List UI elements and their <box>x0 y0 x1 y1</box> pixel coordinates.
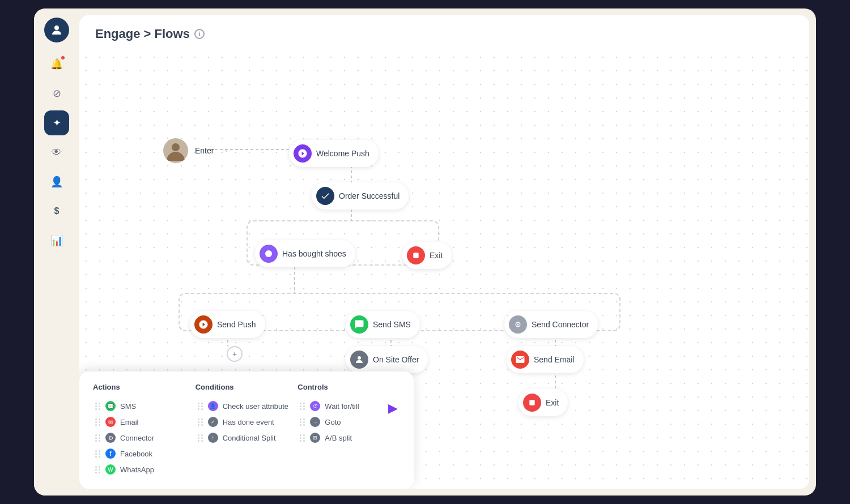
condition-has-done-event[interactable]: ✓ Has done event <box>196 414 298 430</box>
cond-split-icon: ⑂ <box>208 433 218 443</box>
wait-icon: ⏱ <box>310 401 320 411</box>
svg-point-15 <box>358 356 361 360</box>
has-bought-shoes-node[interactable]: Has bought shoes <box>255 240 355 267</box>
dollar-icon: $ <box>54 206 60 216</box>
goto-icon: → <box>310 417 320 427</box>
panel-columns: Actions 💬 SMS ✉ Email <box>93 383 400 477</box>
flow-canvas[interactable]: Enter → Welcome Push Order Successful <box>79 50 809 489</box>
control-ab-split[interactable]: ⊞ A/B split <box>298 430 400 446</box>
settings-icon-btn[interactable]: ✦ <box>44 110 69 135</box>
drag-handle-goto <box>300 418 305 426</box>
dollar-icon-btn[interactable]: $ <box>44 199 69 224</box>
arrow-cursor: ▶ <box>388 401 398 416</box>
drag-handle-sms <box>95 403 101 410</box>
drag-handle-ab-split <box>300 434 305 442</box>
notification-icon-btn[interactable]: 🔔 <box>44 52 69 76</box>
actions-column: Actions 💬 SMS ✉ Email <box>93 383 196 477</box>
action-sms[interactable]: 💬 SMS <box>93 398 196 414</box>
drag-handle-user-attr <box>198 403 203 410</box>
conditions-title: Conditions <box>196 383 298 391</box>
ab-split-icon: ⊞ <box>310 433 320 443</box>
enter-avatar <box>163 138 188 163</box>
facebook-panel-icon: f <box>105 449 116 459</box>
shoes-icon <box>260 245 278 263</box>
connector-icon <box>509 315 527 334</box>
conditions-column: Conditions 👤 Check user attribute ✓ Has … <box>196 383 298 477</box>
add-node-button[interactable]: + <box>227 346 243 362</box>
exit-3-icon <box>523 394 541 412</box>
drag-handle-email <box>95 418 101 426</box>
chart-icon: 📊 <box>50 234 63 247</box>
sidebar: 🔔 ⊘ ✦ 👁 👤 $ 📊 <box>34 8 79 496</box>
sms-panel-icon: 💬 <box>105 401 116 411</box>
user-attr-icon: 👤 <box>208 401 218 411</box>
on-site-offer-node[interactable]: On Site Offer <box>346 346 428 373</box>
notification-badge <box>60 55 66 61</box>
send-push-node[interactable]: Send Push <box>190 311 265 338</box>
connector-panel-icon: ⚙ <box>105 433 116 443</box>
svg-rect-12 <box>413 253 418 258</box>
svg-point-0 <box>54 25 59 30</box>
app-container: 🔔 ⊘ ✦ 👁 👤 $ 📊 Engage > Flows ℹ <box>34 8 816 496</box>
enter-node[interactable]: Enter → <box>163 138 228 163</box>
main-content: Engage > Flows ℹ <box>79 15 809 489</box>
controls-column: Controls ⏱ Wait for/till → Goto <box>298 383 400 477</box>
send-connector-node[interactable]: Send Connector <box>504 311 598 338</box>
svg-point-11 <box>265 250 272 257</box>
eye-icon-btn[interactable]: 👁 <box>44 140 69 165</box>
whatsapp-panel-icon: W <box>105 464 116 475</box>
send-email-node[interactable]: Send Email <box>507 346 584 373</box>
exit-node-1[interactable]: Exit <box>402 242 452 269</box>
drag-handle-done-event <box>198 418 203 426</box>
action-whatsapp[interactable]: W WhatsApp <box>93 462 196 477</box>
action-facebook[interactable]: f Facebook <box>93 446 196 462</box>
drag-handle-wait <box>300 403 305 410</box>
sidebar-avatar[interactable] <box>44 18 69 42</box>
control-wait-for-till[interactable]: ⏱ Wait for/till <box>298 398 400 414</box>
onsite-icon <box>350 351 368 369</box>
welcome-push-node[interactable]: Welcome Push <box>289 140 379 167</box>
exit-1-icon <box>407 246 425 264</box>
welcome-push-icon <box>294 144 312 163</box>
order-icon <box>316 187 334 205</box>
chart-icon-btn[interactable]: 📊 <box>44 228 69 253</box>
user-icon: 👤 <box>50 176 63 188</box>
condition-conditional-split[interactable]: ⑂ Conditional Split <box>196 430 298 446</box>
email-icon <box>511 351 529 369</box>
svg-rect-17 <box>529 400 534 405</box>
exit-node-3[interactable]: Exit <box>518 389 568 416</box>
email-panel-icon: ✉ <box>105 417 116 427</box>
done-event-icon: ✓ <box>208 417 218 427</box>
svg-point-14 <box>517 324 519 326</box>
block-icon-btn[interactable]: ⊘ <box>44 81 69 106</box>
controls-title: Controls <box>298 383 400 391</box>
drag-handle-cond-split <box>198 434 203 442</box>
condition-user-attribute[interactable]: 👤 Check user attribute <box>196 398 298 414</box>
order-successful-node[interactable]: Order Successful <box>312 182 409 210</box>
action-email[interactable]: ✉ Email <box>93 414 196 430</box>
sms-icon <box>350 315 368 334</box>
bottom-actions-panel: Actions 💬 SMS ✉ Email <box>79 371 414 489</box>
drag-handle-whatsapp <box>95 466 101 473</box>
gear-icon: ✦ <box>53 117 61 129</box>
info-icon-btn[interactable]: ℹ <box>194 29 205 39</box>
actions-title: Actions <box>93 383 196 391</box>
push-icon <box>194 315 212 334</box>
page-title: Engage > Flows <box>95 27 190 41</box>
block-icon: ⊘ <box>53 87 61 100</box>
control-goto[interactable]: → Goto <box>298 414 400 430</box>
action-connector[interactable]: ⚙ Connector <box>93 430 196 446</box>
svg-point-10 <box>172 143 180 151</box>
eye-icon: 👁 <box>52 147 62 159</box>
drag-handle-facebook <box>95 450 101 458</box>
send-sms-node[interactable]: Send SMS <box>346 311 420 338</box>
user-icon-btn[interactable]: 👤 <box>44 169 69 194</box>
drag-handle-connector <box>95 434 101 442</box>
header: Engage > Flows ℹ <box>79 15 809 50</box>
